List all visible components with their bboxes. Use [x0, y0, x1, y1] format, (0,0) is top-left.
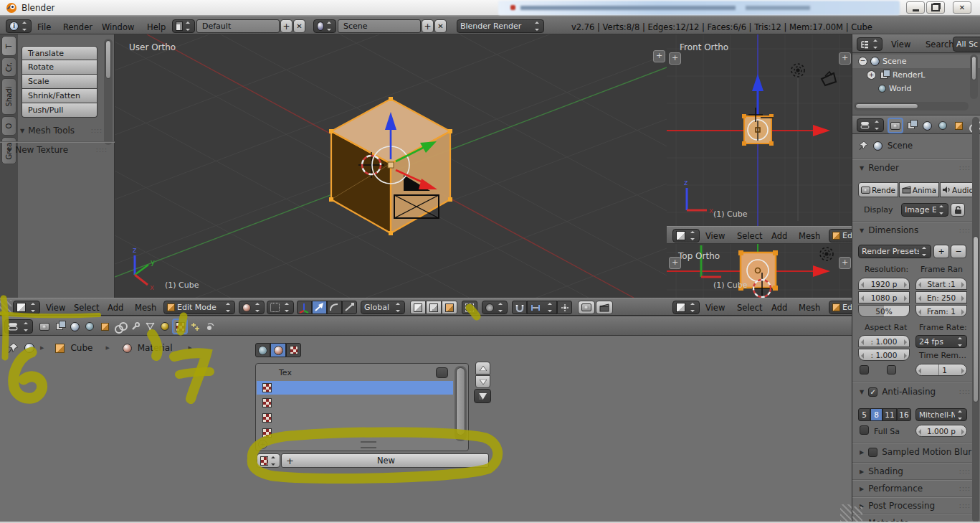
translate-button[interactable]: Translate	[22, 46, 97, 60]
lock-interface-button[interactable]	[951, 203, 965, 217]
scene-field[interactable]: Scene	[338, 19, 421, 33]
aspect-x-field[interactable]: : 1.000	[858, 335, 910, 347]
outliner-vscrollbar-thumb[interactable]	[971, 56, 976, 80]
fps-select[interactable]: 24 fps	[915, 335, 967, 348]
editor-type-selector-front[interactable]	[672, 229, 700, 242]
region-corner-hatch[interactable]	[0, 300, 11, 314]
metadata-panel-header[interactable]: ▶ Metadata ::::	[860, 518, 971, 523]
region-corner-hatch[interactable]	[852, 506, 862, 523]
aa-samples-11-button[interactable]: 11	[883, 408, 897, 421]
texture-context-world-button[interactable]	[255, 343, 270, 357]
properties-scrollbar-thumb[interactable]	[973, 236, 979, 402]
new-texture-button[interactable]: + New	[281, 453, 489, 468]
tab-physics-bottom[interactable]	[203, 319, 217, 334]
outliner-menu-view[interactable]: View	[891, 39, 910, 50]
tab-scene-bottom[interactable]	[67, 319, 82, 334]
new-texture-panel-header[interactable]: ▼ New Texture ::::	[7, 145, 108, 155]
slot-move-down-button[interactable]	[475, 375, 490, 388]
outliner-row-world[interactable]: World	[852, 82, 980, 95]
frame-start-field[interactable]: Start :1	[915, 278, 967, 290]
frame-end-field[interactable]: En: 250	[915, 291, 967, 303]
tab-object-bottom[interactable]	[97, 319, 112, 334]
maximize-button[interactable]	[926, 1, 945, 14]
screen-layout-field[interactable]: Default	[196, 19, 280, 33]
manipulator-scale-toggle[interactable]	[342, 301, 357, 314]
delete-layout-button[interactable]: ✕	[293, 19, 305, 33]
region-expand-button[interactable]: +	[839, 257, 851, 269]
menu-add-front[interactable]: Add	[771, 231, 787, 241]
viewport-canvas-front[interactable]: z x	[667, 34, 852, 226]
menu-select-3d[interactable]: Select	[74, 303, 99, 313]
delete-scene-button[interactable]: ✕	[434, 19, 447, 33]
outliner-row-scene[interactable]: − Scene	[852, 55, 980, 68]
sampled-motion-blur-panel-header[interactable]: ▶ Sampled Motion Blur	[860, 447, 973, 457]
tab-world-bottom[interactable]	[82, 319, 97, 334]
full-sample-checkbox[interactable]	[860, 425, 869, 435]
render-opengl-anim-button[interactable]	[596, 301, 613, 314]
face-select-button[interactable]	[442, 301, 457, 314]
toolshelf-scrollbar-thumb[interactable]	[105, 40, 111, 79]
region-expand-button[interactable]: +	[669, 52, 681, 65]
breadcrumb-cube[interactable]: Cube	[70, 343, 92, 353]
push-pull-button[interactable]: Push/Pull	[22, 103, 97, 118]
toolshelf-tab-shading[interactable]: Shadi	[1, 78, 16, 115]
tab-render-bottom[interactable]	[37, 319, 52, 334]
tab-modifiers-bottom[interactable]	[128, 319, 142, 334]
tab-particles-bottom[interactable]	[188, 319, 202, 334]
outliner-menu-search[interactable]: Search	[926, 39, 954, 50]
mesh-tools-panel-header[interactable]: ▼ Mesh Tools ::::	[20, 126, 103, 136]
tab-object[interactable]	[951, 118, 966, 133]
render-panel-header[interactable]: ▼ Render ::::	[860, 163, 971, 173]
filter-size-field[interactable]: 1.000 p	[915, 425, 967, 437]
crop-checkbox[interactable]	[887, 365, 896, 374]
manipulator-rotate-toggle[interactable]	[327, 301, 342, 314]
texture-context-other-button[interactable]	[286, 343, 301, 357]
tab-world[interactable]	[936, 118, 950, 133]
menu-help[interactable]: Help	[147, 22, 166, 32]
render-animation-button[interactable]: Anima	[899, 182, 939, 197]
viewport-shading-select[interactable]	[239, 301, 265, 314]
texture-slot-row[interactable]	[257, 396, 453, 410]
outliner-filter-select[interactable]: All Sc	[953, 37, 980, 52]
add-preset-button[interactable]: +	[933, 245, 949, 258]
aa-samples-16-button[interactable]: 16	[897, 408, 911, 421]
toolshelf-tab-options[interactable]: O	[1, 116, 16, 136]
region-expand-button[interactable]: +	[839, 52, 851, 65]
aa-filter-select[interactable]: Mitchell-N	[915, 408, 967, 421]
region-expand-button[interactable]: +	[669, 257, 681, 269]
slot-move-up-button[interactable]	[475, 362, 490, 374]
menu-window[interactable]: Window	[102, 22, 134, 32]
limit-selection-toggle[interactable]	[462, 301, 477, 314]
tab-texture-bottom[interactable]	[173, 319, 187, 334]
snap-toggle[interactable]	[512, 301, 527, 314]
resolution-percentage-slider[interactable]: 50%	[858, 305, 910, 317]
add-layout-button[interactable]: +	[280, 19, 292, 33]
region-expand-button[interactable]: +	[653, 50, 665, 62]
pin-icon[interactable]	[7, 342, 19, 354]
collapse-icon[interactable]: −	[858, 57, 867, 66]
dimensions-panel-header[interactable]: ▼ Dimensions ::::	[860, 225, 971, 235]
list-resize-grip[interactable]	[361, 441, 376, 448]
menu-add-top[interactable]: Add	[771, 303, 787, 313]
mode-select-front[interactable]: Edit Mode	[829, 229, 852, 242]
menu-render[interactable]: Render	[63, 22, 92, 32]
display-select[interactable]: Image Ed	[901, 203, 948, 217]
menu-file[interactable]: File	[37, 22, 51, 32]
manipulator-axes-toggle[interactable]	[297, 301, 312, 314]
menu-mesh-top[interactable]: Mesh	[799, 303, 820, 313]
anti-aliasing-panel-header[interactable]: ▼ ✓ Anti-Aliasing ::::	[860, 387, 971, 397]
anti-aliasing-checkbox[interactable]: ✓	[868, 387, 877, 397]
resolution-x-field[interactable]: 1920 p	[858, 278, 910, 290]
shrink-fatten-button[interactable]: Shrink/Fatten	[22, 89, 97, 103]
editor-type-selector-top[interactable]	[672, 301, 700, 314]
menu-view-front[interactable]: View	[705, 231, 725, 241]
pivot-point-select[interactable]	[267, 301, 294, 314]
aa-samples-5-button[interactable]: 5	[858, 408, 870, 421]
screen-layout-icon-button[interactable]	[172, 19, 195, 33]
edge-select-button[interactable]	[426, 301, 442, 314]
pin-icon[interactable]	[858, 141, 868, 151]
expand-icon[interactable]: +	[867, 70, 876, 80]
texture-context-material-button[interactable]	[270, 343, 286, 357]
tab-mesh-data-bottom[interactable]	[143, 319, 157, 334]
outliner-row-renderlayer[interactable]: + RenderL	[852, 68, 980, 82]
